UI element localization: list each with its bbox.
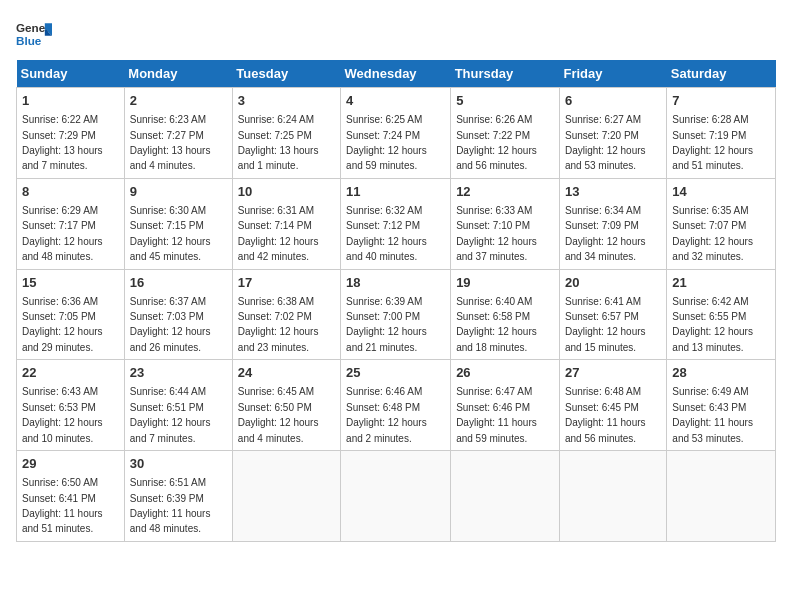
day-info: Sunrise: 6:35 AMSunset: 7:07 PMDaylight:… [672, 205, 753, 262]
day-number: 3 [238, 92, 335, 110]
day-info: Sunrise: 6:23 AMSunset: 7:27 PMDaylight:… [130, 114, 211, 171]
calendar-day-cell: 29Sunrise: 6:50 AMSunset: 6:41 PMDayligh… [17, 451, 125, 542]
day-number: 14 [672, 183, 770, 201]
day-info: Sunrise: 6:30 AMSunset: 7:15 PMDaylight:… [130, 205, 211, 262]
day-number: 21 [672, 274, 770, 292]
calendar-day-cell: 15Sunrise: 6:36 AMSunset: 7:05 PMDayligh… [17, 269, 125, 360]
calendar-day-cell: 23Sunrise: 6:44 AMSunset: 6:51 PMDayligh… [124, 360, 232, 451]
calendar-day-cell: 14Sunrise: 6:35 AMSunset: 7:07 PMDayligh… [667, 178, 776, 269]
day-number: 23 [130, 364, 227, 382]
day-number: 10 [238, 183, 335, 201]
day-info: Sunrise: 6:34 AMSunset: 7:09 PMDaylight:… [565, 205, 646, 262]
calendar-day-cell: 25Sunrise: 6:46 AMSunset: 6:48 PMDayligh… [341, 360, 451, 451]
calendar-day-cell: 7Sunrise: 6:28 AMSunset: 7:19 PMDaylight… [667, 88, 776, 179]
day-number: 12 [456, 183, 554, 201]
day-number: 29 [22, 455, 119, 473]
dow-header: Sunday [17, 60, 125, 88]
day-info: Sunrise: 6:29 AMSunset: 7:17 PMDaylight:… [22, 205, 103, 262]
day-info: Sunrise: 6:24 AMSunset: 7:25 PMDaylight:… [238, 114, 319, 171]
calendar-week-row: 22Sunrise: 6:43 AMSunset: 6:53 PMDayligh… [17, 360, 776, 451]
day-info: Sunrise: 6:31 AMSunset: 7:14 PMDaylight:… [238, 205, 319, 262]
day-info: Sunrise: 6:37 AMSunset: 7:03 PMDaylight:… [130, 296, 211, 353]
calendar-day-cell [451, 451, 560, 542]
day-info: Sunrise: 6:25 AMSunset: 7:24 PMDaylight:… [346, 114, 427, 171]
calendar-week-row: 29Sunrise: 6:50 AMSunset: 6:41 PMDayligh… [17, 451, 776, 542]
day-info: Sunrise: 6:33 AMSunset: 7:10 PMDaylight:… [456, 205, 537, 262]
day-number: 27 [565, 364, 661, 382]
day-info: Sunrise: 6:48 AMSunset: 6:45 PMDaylight:… [565, 386, 646, 443]
page-header: General Blue [16, 16, 776, 52]
day-info: Sunrise: 6:50 AMSunset: 6:41 PMDaylight:… [22, 477, 103, 534]
day-number: 19 [456, 274, 554, 292]
day-info: Sunrise: 6:38 AMSunset: 7:02 PMDaylight:… [238, 296, 319, 353]
calendar-day-cell: 11Sunrise: 6:32 AMSunset: 7:12 PMDayligh… [341, 178, 451, 269]
calendar-day-cell: 27Sunrise: 6:48 AMSunset: 6:45 PMDayligh… [559, 360, 666, 451]
calendar-body: 1Sunrise: 6:22 AMSunset: 7:29 PMDaylight… [17, 88, 776, 542]
day-number: 26 [456, 364, 554, 382]
day-info: Sunrise: 6:28 AMSunset: 7:19 PMDaylight:… [672, 114, 753, 171]
calendar-week-row: 15Sunrise: 6:36 AMSunset: 7:05 PMDayligh… [17, 269, 776, 360]
day-number: 22 [22, 364, 119, 382]
day-number: 1 [22, 92, 119, 110]
day-number: 17 [238, 274, 335, 292]
calendar-day-cell: 9Sunrise: 6:30 AMSunset: 7:15 PMDaylight… [124, 178, 232, 269]
calendar-day-cell: 19Sunrise: 6:40 AMSunset: 6:58 PMDayligh… [451, 269, 560, 360]
calendar-day-cell [232, 451, 340, 542]
day-number: 25 [346, 364, 445, 382]
day-info: Sunrise: 6:22 AMSunset: 7:29 PMDaylight:… [22, 114, 103, 171]
calendar-day-cell: 13Sunrise: 6:34 AMSunset: 7:09 PMDayligh… [559, 178, 666, 269]
calendar-day-cell: 26Sunrise: 6:47 AMSunset: 6:46 PMDayligh… [451, 360, 560, 451]
svg-text:Blue: Blue [16, 34, 42, 47]
calendar-day-cell: 17Sunrise: 6:38 AMSunset: 7:02 PMDayligh… [232, 269, 340, 360]
calendar-week-row: 1Sunrise: 6:22 AMSunset: 7:29 PMDaylight… [17, 88, 776, 179]
calendar-day-cell [341, 451, 451, 542]
calendar-day-cell: 3Sunrise: 6:24 AMSunset: 7:25 PMDaylight… [232, 88, 340, 179]
day-number: 20 [565, 274, 661, 292]
day-info: Sunrise: 6:44 AMSunset: 6:51 PMDaylight:… [130, 386, 211, 443]
calendar-day-cell: 8Sunrise: 6:29 AMSunset: 7:17 PMDaylight… [17, 178, 125, 269]
day-number: 6 [565, 92, 661, 110]
day-info: Sunrise: 6:26 AMSunset: 7:22 PMDaylight:… [456, 114, 537, 171]
day-number: 11 [346, 183, 445, 201]
dow-header: Saturday [667, 60, 776, 88]
day-number: 16 [130, 274, 227, 292]
calendar-day-cell: 4Sunrise: 6:25 AMSunset: 7:24 PMDaylight… [341, 88, 451, 179]
day-number: 30 [130, 455, 227, 473]
day-number: 13 [565, 183, 661, 201]
calendar-day-cell: 2Sunrise: 6:23 AMSunset: 7:27 PMDaylight… [124, 88, 232, 179]
day-info: Sunrise: 6:42 AMSunset: 6:55 PMDaylight:… [672, 296, 753, 353]
calendar-day-cell: 1Sunrise: 6:22 AMSunset: 7:29 PMDaylight… [17, 88, 125, 179]
calendar-day-cell: 16Sunrise: 6:37 AMSunset: 7:03 PMDayligh… [124, 269, 232, 360]
calendar-day-cell: 20Sunrise: 6:41 AMSunset: 6:57 PMDayligh… [559, 269, 666, 360]
dow-header: Friday [559, 60, 666, 88]
calendar-day-cell: 21Sunrise: 6:42 AMSunset: 6:55 PMDayligh… [667, 269, 776, 360]
day-number: 2 [130, 92, 227, 110]
day-info: Sunrise: 6:40 AMSunset: 6:58 PMDaylight:… [456, 296, 537, 353]
calendar-week-row: 8Sunrise: 6:29 AMSunset: 7:17 PMDaylight… [17, 178, 776, 269]
day-number: 4 [346, 92, 445, 110]
day-number: 9 [130, 183, 227, 201]
day-info: Sunrise: 6:45 AMSunset: 6:50 PMDaylight:… [238, 386, 319, 443]
calendar-day-cell: 5Sunrise: 6:26 AMSunset: 7:22 PMDaylight… [451, 88, 560, 179]
calendar-day-cell: 18Sunrise: 6:39 AMSunset: 7:00 PMDayligh… [341, 269, 451, 360]
day-info: Sunrise: 6:36 AMSunset: 7:05 PMDaylight:… [22, 296, 103, 353]
logo-icon: General Blue [16, 16, 52, 52]
dow-header: Thursday [451, 60, 560, 88]
day-number: 7 [672, 92, 770, 110]
calendar-day-cell: 10Sunrise: 6:31 AMSunset: 7:14 PMDayligh… [232, 178, 340, 269]
calendar-table: SundayMondayTuesdayWednesdayThursdayFrid… [16, 60, 776, 542]
calendar-day-cell: 22Sunrise: 6:43 AMSunset: 6:53 PMDayligh… [17, 360, 125, 451]
calendar-day-cell: 6Sunrise: 6:27 AMSunset: 7:20 PMDaylight… [559, 88, 666, 179]
day-number: 15 [22, 274, 119, 292]
day-number: 5 [456, 92, 554, 110]
day-info: Sunrise: 6:49 AMSunset: 6:43 PMDaylight:… [672, 386, 753, 443]
day-info: Sunrise: 6:46 AMSunset: 6:48 PMDaylight:… [346, 386, 427, 443]
calendar-day-cell: 12Sunrise: 6:33 AMSunset: 7:10 PMDayligh… [451, 178, 560, 269]
day-number: 18 [346, 274, 445, 292]
day-number: 24 [238, 364, 335, 382]
day-info: Sunrise: 6:43 AMSunset: 6:53 PMDaylight:… [22, 386, 103, 443]
day-info: Sunrise: 6:27 AMSunset: 7:20 PMDaylight:… [565, 114, 646, 171]
day-info: Sunrise: 6:39 AMSunset: 7:00 PMDaylight:… [346, 296, 427, 353]
day-info: Sunrise: 6:47 AMSunset: 6:46 PMDaylight:… [456, 386, 537, 443]
day-number: 8 [22, 183, 119, 201]
